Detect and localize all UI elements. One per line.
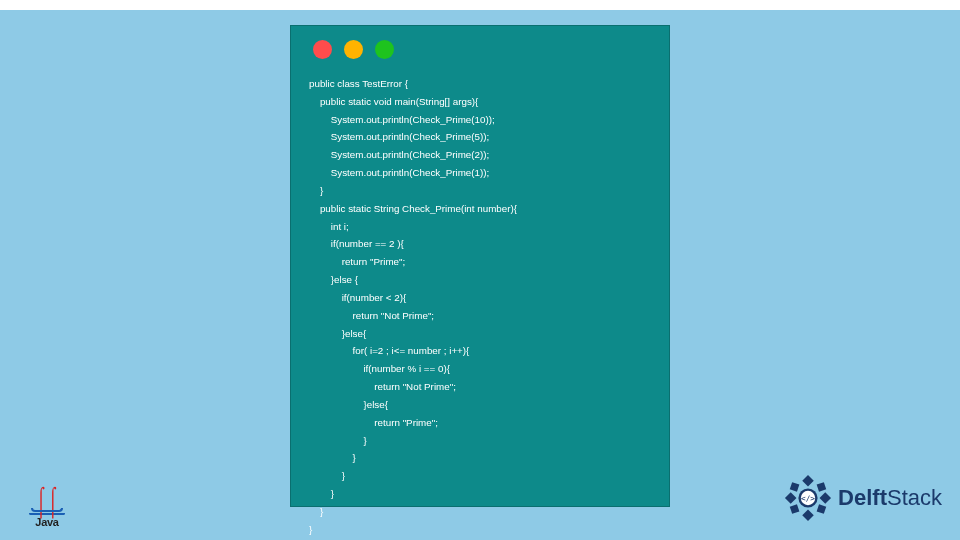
- svg-marker-2: [785, 492, 797, 504]
- java-logo: ⌠⌠ Java: [28, 491, 66, 528]
- svg-marker-6: [790, 504, 800, 514]
- maximize-icon: [375, 40, 394, 59]
- window-traffic-lights: [313, 40, 651, 59]
- svg-marker-3: [820, 492, 832, 504]
- java-steam-icon: ⌠⌠: [34, 493, 61, 508]
- close-icon: [313, 40, 332, 59]
- svg-marker-0: [802, 475, 814, 487]
- delftstack-text: DelftStack: [838, 485, 942, 511]
- svg-marker-5: [817, 482, 827, 492]
- delftstack-logo: </> DelftStack: [784, 474, 942, 522]
- delftstack-badge-icon: </>: [784, 474, 832, 522]
- java-cup-icon: [31, 508, 63, 512]
- code-window: public class TestError { public static v…: [290, 25, 670, 507]
- java-label: Java: [28, 516, 66, 528]
- delft-rest: Stack: [887, 485, 942, 510]
- svg-marker-1: [802, 510, 814, 522]
- code-block: public class TestError { public static v…: [309, 75, 651, 539]
- minimize-icon: [344, 40, 363, 59]
- delft-bold: Delft: [838, 485, 887, 510]
- top-white-band: [0, 0, 960, 10]
- svg-text:</>: </>: [801, 494, 815, 503]
- svg-marker-4: [790, 482, 800, 492]
- svg-marker-7: [817, 504, 827, 514]
